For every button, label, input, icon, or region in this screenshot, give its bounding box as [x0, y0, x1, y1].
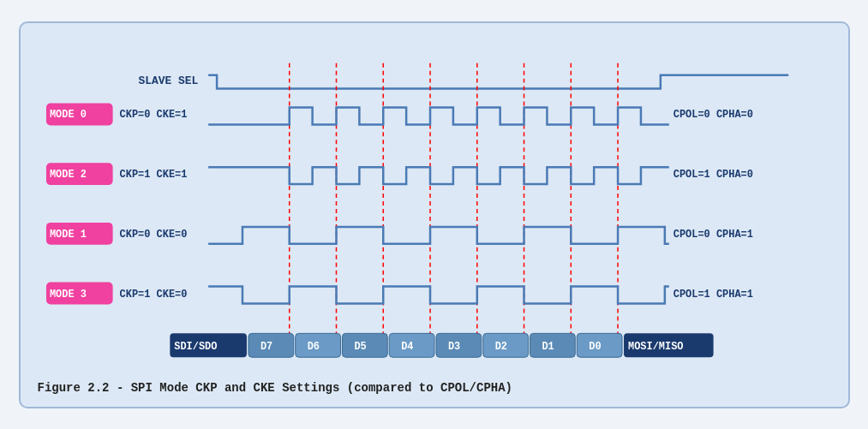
svg-text:D3: D3	[447, 341, 459, 353]
svg-text:CPOL=1 CPHA=0: CPOL=1 CPHA=0	[673, 169, 752, 181]
svg-text:CKP=1 CKE=0: CKP=1 CKE=0	[119, 288, 187, 300]
svg-text:CKP=0 CKE=0: CKP=0 CKE=0	[119, 228, 187, 240]
svg-text:D4: D4	[401, 341, 413, 353]
diagram-area: SLAVE SEL MODE 0 CKP=0 CKE=1 CPOL=0 CPHA…	[38, 39, 831, 372]
svg-text:D2: D2	[494, 341, 506, 353]
svg-text:D1: D1	[542, 341, 554, 353]
diagram-container: SLAVE SEL MODE 0 CKP=0 CKE=1 CPOL=0 CPHA…	[19, 21, 850, 408]
svg-text:MODE 3: MODE 3	[49, 288, 86, 300]
svg-text:CPOL=0 CPHA=1: CPOL=0 CPHA=1	[673, 228, 752, 240]
svg-text:D0: D0	[589, 341, 601, 353]
svg-text:CPOL=0 CPHA=0: CPOL=0 CPHA=0	[673, 109, 752, 121]
svg-text:CPOL=1 CPHA=1: CPOL=1 CPHA=1	[673, 288, 752, 300]
svg-text:D6: D6	[307, 341, 319, 353]
svg-text:SLAVE SEL: SLAVE SEL	[138, 74, 198, 86]
svg-text:MODE 2: MODE 2	[49, 169, 86, 181]
svg-text:D7: D7	[260, 341, 272, 353]
svg-text:CKP=0 CKE=1: CKP=0 CKE=1	[119, 109, 187, 121]
figure-caption: Figure 2.2 - SPI Mode CKP and CKE Settin…	[38, 381, 831, 395]
svg-text:MODE 0: MODE 0	[49, 109, 86, 121]
svg-text:CKP=1 CKE=1: CKP=1 CKE=1	[119, 169, 187, 181]
svg-text:MOSI/MISO: MOSI/MISO	[628, 341, 683, 353]
svg-text:MODE 1: MODE 1	[49, 228, 86, 240]
svg-text:SDI/SDO: SDI/SDO	[174, 341, 217, 353]
svg-text:D5: D5	[354, 341, 366, 353]
